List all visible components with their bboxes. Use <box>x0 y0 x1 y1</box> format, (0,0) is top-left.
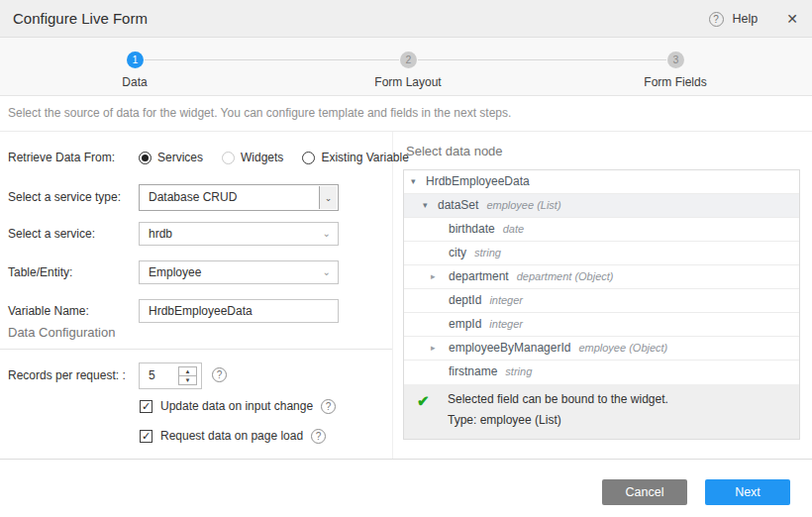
tree-node-type: string <box>474 247 501 258</box>
retrieve-data-from-label: Retrieve Data From: <box>8 145 115 170</box>
dialog-header: Configure Live Form ? Help ✕ <box>0 0 812 38</box>
variable-name-value: HrdbEmployeeData <box>149 300 253 322</box>
tree-node-name: firstnamestring <box>449 361 532 383</box>
stepper-connector <box>418 59 666 60</box>
tree-node-type: department (Object) <box>517 270 614 282</box>
update-data-help-icon[interactable]: ? <box>321 399 336 414</box>
table-entity-value: Employee <box>149 261 201 283</box>
tree-node-type: employee (Object) <box>578 342 667 354</box>
success-check-icon: ✔ <box>417 392 430 410</box>
tree-row-hrdbemployeedata[interactable]: ▾ HrdbEmployeeData <box>404 170 799 194</box>
request-data-checkbox[interactable]: ✓ <box>140 430 152 443</box>
tree-row-dataset[interactable]: ▾ dataSetemployee (List) <box>404 194 799 218</box>
dialog-title: Configure Live Form <box>13 0 148 38</box>
step-1-label: Data <box>75 75 194 89</box>
step-description-bar: Select the source of data for the widget… <box>0 96 812 132</box>
service-type-value: Database CRUD <box>149 185 237 210</box>
radio-existing-variable-label: Existing Variable <box>321 151 409 164</box>
tree-row-city[interactable]: citystring <box>404 242 799 265</box>
table-entity-select[interactable]: Employee ⌄ <box>139 260 339 284</box>
help-link[interactable]: Help <box>733 12 759 26</box>
service-type-select[interactable]: Database CRUD ⌄ <box>139 184 339 211</box>
table-entity-chevron-icon[interactable]: ⌄ <box>323 261 331 283</box>
wizard-stepper: 1 2 3 Data Form Layout Form Fields <box>0 38 812 96</box>
records-help-icon[interactable]: ? <box>212 367 227 382</box>
table-entity-label: Table/Entity: <box>8 260 72 284</box>
tree-row-department[interactable]: ▸ departmentdepartment (Object) <box>404 265 799 289</box>
step-description: Select the source of data for the widget… <box>8 96 511 131</box>
radio-existing-variable[interactable]: Existing Variable <box>302 151 409 164</box>
tree-node-name: birthdatedate <box>449 218 524 241</box>
service-value: hrdb <box>149 223 172 245</box>
radio-services[interactable]: Services <box>139 151 203 164</box>
footer-divider <box>0 459 812 460</box>
records-per-request-value: 5 <box>149 363 155 388</box>
radio-services-label: Services <box>157 151 203 164</box>
caret-collapsed-icon[interactable]: ▸ <box>431 337 436 360</box>
data-configuration-heading: Data Configuration <box>8 325 115 340</box>
section-divider <box>0 349 392 350</box>
tree-row-deptid[interactable]: deptIdinteger <box>404 289 799 313</box>
close-icon[interactable]: ✕ <box>786 11 798 27</box>
spinner-up-icon[interactable]: ▲ <box>179 367 196 376</box>
radio-widgets-dot[interactable] <box>222 152 235 164</box>
update-data-checkbox[interactable]: ✓ <box>140 400 152 413</box>
tree-row-employeebymanagerid[interactable]: ▸ employeeByManagerIdemployee (Object) <box>404 337 799 361</box>
tree-node-type: string <box>505 365 532 377</box>
tree-node-name: deptIdinteger <box>449 289 523 312</box>
step-1-circle[interactable]: 1 <box>127 52 144 68</box>
request-data-help-icon[interactable]: ? <box>311 429 326 444</box>
tree-row-firstname[interactable]: firstnamestring <box>404 361 799 384</box>
service-select[interactable]: hrdb ⌄ <box>139 222 339 246</box>
data-node-tree: ▾ HrdbEmployeeData ▾ dataSetemployee (Li… <box>403 169 800 440</box>
update-data-checkbox-label: Update data on input change <box>160 399 313 413</box>
caret-expanded-icon[interactable]: ▾ <box>423 194 428 217</box>
records-per-request-stepper[interactable]: 5 ▲ ▼ <box>139 362 202 389</box>
tree-node-name: HrdbEmployeeData <box>426 170 530 193</box>
service-label: Select a service: <box>8 222 95 246</box>
retrieve-data-from-radios: Services Widgets Existing Variable <box>139 145 409 170</box>
tree-row-birthdate[interactable]: birthdatedate <box>404 218 799 242</box>
help-icon[interactable]: ? <box>709 12 724 27</box>
cancel-button[interactable]: Cancel <box>602 479 687 505</box>
caret-collapsed-icon[interactable]: ▸ <box>431 265 436 288</box>
panel-divider <box>392 132 393 459</box>
tree-node-type: integer <box>489 318 523 330</box>
configure-live-form-dialog: Configure Live Form ? Help ✕ 1 2 3 Data … <box>0 0 812 517</box>
variable-name-label: Variable Name: <box>8 299 89 323</box>
binding-status-line1: Selected field can be bound to the widge… <box>448 392 668 406</box>
radio-services-dot[interactable] <box>139 152 152 164</box>
variable-name-input[interactable]: HrdbEmployeeData <box>139 299 339 323</box>
tree-node-type: date <box>503 223 524 235</box>
radio-widgets[interactable]: Widgets <box>222 151 283 164</box>
radio-existing-variable-dot[interactable] <box>302 152 315 164</box>
records-per-request-label: Records per request: : <box>8 362 126 389</box>
select-data-node-title: Select data node <box>406 144 503 158</box>
tree-node-name: empIdinteger <box>449 313 523 336</box>
stepper-connector <box>145 59 399 60</box>
step-2-circle[interactable]: 2 <box>400 52 417 68</box>
binding-status-message: ✔ Selected field can be bound to the wid… <box>404 384 799 439</box>
update-data-checkbox-row: ✓ Update data on input change ? <box>140 398 336 414</box>
next-button[interactable]: Next <box>705 479 790 505</box>
tree-node-name: departmentdepartment (Object) <box>449 265 614 288</box>
tree-node-name: employeeByManagerIdemployee (Object) <box>449 337 667 360</box>
tree-node-name: dataSetemployee (List) <box>438 194 561 217</box>
tree-node-type: integer <box>489 294 523 306</box>
step-2-label: Form Layout <box>349 75 467 89</box>
step-3-label: Form Fields <box>616 75 735 89</box>
tree-row-empid[interactable]: empIdinteger <box>404 313 799 337</box>
service-chevron-icon[interactable]: ⌄ <box>323 223 331 245</box>
service-type-label: Select a service type: <box>8 184 121 211</box>
binding-status-line2: Type: employee (List) <box>448 413 561 427</box>
caret-expanded-icon[interactable]: ▾ <box>411 170 416 193</box>
service-type-dropdown-icon[interactable]: ⌄ <box>319 186 337 209</box>
step-3-circle[interactable]: 3 <box>667 52 684 68</box>
spinner-buttons[interactable]: ▲ ▼ <box>178 366 197 385</box>
radio-widgets-label: Widgets <box>241 151 283 164</box>
tree-node-name: citystring <box>449 242 501 264</box>
tree-node-type: employee (List) <box>486 199 560 211</box>
request-data-checkbox-row: ✓ Request data on page load ? <box>140 428 326 444</box>
request-data-checkbox-label: Request data on page load <box>160 429 303 443</box>
spinner-down-icon[interactable]: ▼ <box>179 376 196 384</box>
